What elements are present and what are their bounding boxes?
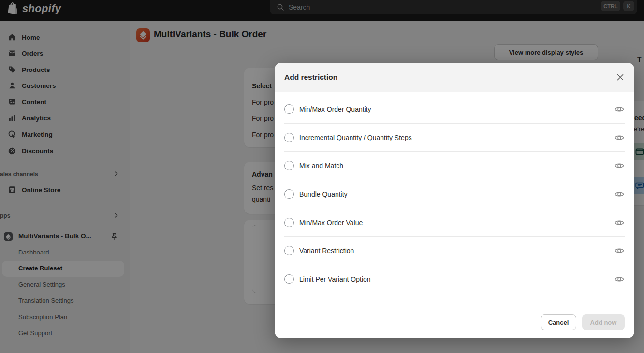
option-row-incremental-quantity[interactable]: Incremental Quantity / Quantity Steps bbox=[275, 124, 634, 152]
preview-eye-icon[interactable] bbox=[614, 189, 625, 199]
restriction-options-list: Min/Max Order Quantity Incremental Quant… bbox=[275, 92, 634, 293]
radio-button[interactable] bbox=[284, 218, 294, 227]
preview-eye-icon[interactable] bbox=[614, 160, 625, 171]
option-row-bundle-quantity[interactable]: Bundle Quantity bbox=[275, 180, 634, 209]
add-now-button[interactable]: Add now bbox=[582, 314, 625, 330]
preview-eye-icon[interactable] bbox=[614, 132, 625, 143]
modal-header: Add restriction bbox=[275, 63, 634, 92]
modal-title: Add restriction bbox=[284, 73, 337, 82]
preview-eye-icon[interactable] bbox=[614, 217, 625, 228]
preview-eye-icon[interactable] bbox=[614, 274, 625, 284]
shopify-admin-screen: shopify Search CTRL K Home Orders Produ bbox=[0, 0, 644, 353]
option-row-mix-and-match[interactable]: Mix and Match bbox=[275, 152, 634, 180]
option-row-min-max-order-value[interactable]: Min/Max Order Value bbox=[275, 208, 634, 237]
option-row-limit-per-variant-option[interactable]: Limit Per Variant Option bbox=[275, 265, 634, 294]
radio-button[interactable] bbox=[284, 133, 294, 142]
radio-button[interactable] bbox=[284, 189, 294, 199]
radio-button[interactable] bbox=[284, 104, 294, 114]
radio-button[interactable] bbox=[284, 161, 294, 170]
radio-button[interactable] bbox=[284, 246, 294, 255]
preview-eye-icon[interactable] bbox=[614, 245, 625, 256]
cancel-button[interactable]: Cancel bbox=[541, 314, 576, 330]
modal-footer: Cancel Add now bbox=[275, 306, 634, 338]
add-restriction-modal: Add restriction Min/Max Order Quantity I… bbox=[275, 63, 634, 338]
radio-button[interactable] bbox=[284, 274, 294, 284]
option-row-variant-restriction[interactable]: Variant Restriction bbox=[275, 237, 634, 265]
option-row-min-max-order-quantity[interactable]: Min/Max Order Quantity bbox=[275, 95, 634, 124]
preview-eye-icon[interactable] bbox=[614, 104, 625, 114]
close-icon[interactable] bbox=[616, 73, 625, 82]
